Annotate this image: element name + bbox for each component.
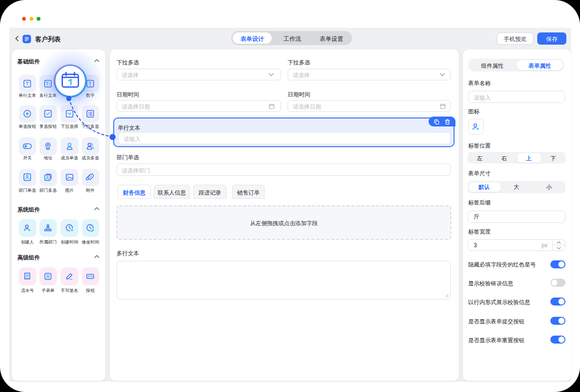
svg-text:BTN: BTN [88,274,93,277]
